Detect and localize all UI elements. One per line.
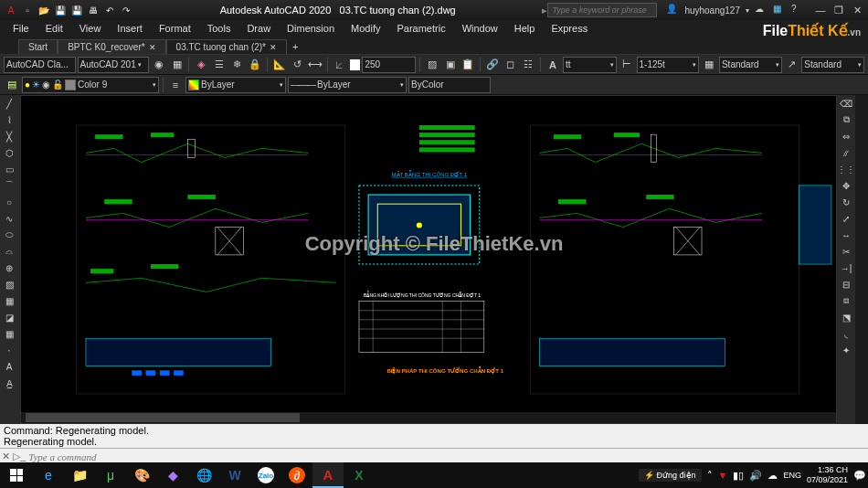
- saveas-icon[interactable]: 💾: [69, 3, 84, 17]
- lineweight-combo[interactable]: 250: [362, 57, 416, 73]
- table-style-icon[interactable]: ▦: [701, 57, 717, 73]
- close-button[interactable]: ✕: [850, 4, 864, 16]
- erase-icon[interactable]: ⌫: [837, 95, 855, 111]
- horizontal-scrollbar[interactable]: [21, 412, 836, 423]
- help-search-input[interactable]: [547, 3, 657, 17]
- layer-icon[interactable]: ◈: [193, 57, 209, 73]
- plotstyle-combo[interactable]: ByColor: [408, 77, 491, 93]
- new-icon[interactable]: ▫: [20, 3, 35, 17]
- paste-icon[interactable]: 📋: [460, 57, 477, 73]
- drawing-canvas[interactable]: MẶT BẰNG THI CÔNG ĐỢT 1 BẢNG KHỐI LƯỢNG …: [20, 95, 837, 424]
- taskbar-app1[interactable]: ◆: [157, 462, 188, 488]
- lock-icon[interactable]: 🔒: [247, 57, 263, 73]
- offset-icon[interactable]: ⫽: [837, 144, 855, 161]
- menu-draw[interactable]: Draw: [239, 23, 278, 34]
- tray-notifications-icon[interactable]: 💬: [853, 470, 866, 482]
- break-icon[interactable]: ⊟: [837, 276, 855, 292]
- taskbar-paint[interactable]: 🎨: [126, 462, 157, 488]
- list-icon[interactable]: ☷: [521, 57, 537, 73]
- menu-edit[interactable]: Edit: [38, 23, 70, 34]
- attach-icon[interactable]: 🔗: [484, 57, 501, 73]
- menu-window[interactable]: Window: [455, 23, 505, 34]
- taskbar-chrome[interactable]: 🌐: [188, 462, 219, 488]
- node-icon[interactable]: ◉: [151, 57, 167, 73]
- extend-icon[interactable]: →|: [837, 260, 855, 276]
- polygon-icon[interactable]: ⬡: [0, 144, 18, 161]
- insert-icon[interactable]: ⊕: [0, 260, 18, 276]
- cloud-icon[interactable]: ☁: [755, 4, 767, 16]
- layer-props-icon[interactable]: ▤: [4, 77, 20, 93]
- region-icon[interactable]: ◪: [0, 309, 18, 325]
- mtext-icon[interactable]: A̲: [0, 375, 18, 391]
- command-input[interactable]: [28, 451, 866, 462]
- grid-icon[interactable]: ▦: [169, 57, 185, 73]
- block-icon[interactable]: ▣: [442, 57, 459, 73]
- move-icon[interactable]: ✥: [837, 177, 855, 194]
- taskbar-zalo[interactable]: Zalo: [250, 462, 281, 488]
- start-button[interactable]: [0, 462, 33, 488]
- plot-icon[interactable]: 🖶: [86, 3, 101, 17]
- close-icon[interactable]: ✕: [149, 43, 156, 52]
- copy-icon[interactable]: ⧉: [837, 111, 855, 128]
- help-icon[interactable]: ?: [791, 4, 804, 16]
- tray-volume-icon[interactable]: 🔊: [749, 470, 762, 482]
- tray-shield-icon[interactable]: ▼: [718, 470, 728, 481]
- trim-icon[interactable]: ✂: [837, 243, 855, 260]
- close-icon[interactable]: ✕: [270, 43, 277, 52]
- stretch-icon[interactable]: ↔: [837, 227, 855, 243]
- lineweight-swatch[interactable]: [350, 59, 361, 70]
- crop-icon[interactable]: ◻: [503, 57, 519, 73]
- app-store-icon[interactable]: ▦: [773, 4, 786, 16]
- maximize-button[interactable]: ❐: [831, 4, 846, 16]
- tab-doc2[interactable]: 03.TC tuong chan (2)*✕: [166, 39, 287, 54]
- menu-format[interactable]: Format: [152, 23, 198, 34]
- layer-combo[interactable]: ●☀◉🔓 Color 9 ▾: [22, 77, 159, 93]
- taskbar-excel[interactable]: X: [344, 462, 375, 488]
- xline-icon[interactable]: ╳: [0, 128, 18, 144]
- workspace-combo[interactable]: AutoCAD Cla...: [4, 57, 76, 73]
- taskbar-ie[interactable]: e: [33, 462, 64, 488]
- menu-tools[interactable]: Tools: [200, 23, 238, 34]
- text-icon[interactable]: A: [0, 358, 18, 375]
- linetype-combo[interactable]: ——— ByLayer ▾: [288, 77, 407, 93]
- point-icon[interactable]: ·: [0, 342, 18, 358]
- revert-icon[interactable]: ↺: [290, 57, 306, 73]
- minimize-button[interactable]: —: [813, 4, 828, 16]
- tray-chevron-icon[interactable]: ˄: [707, 470, 713, 482]
- explode-icon[interactable]: ✦: [837, 342, 855, 358]
- textstyle-combo[interactable]: tt▾: [563, 57, 617, 73]
- undo-icon[interactable]: ↶: [102, 3, 117, 17]
- taskbar-utorrent[interactable]: μ: [95, 462, 126, 488]
- mleaderstyle-combo[interactable]: Standard▾: [801, 57, 864, 73]
- color-combo[interactable]: ByLayer ▾: [185, 77, 286, 93]
- layer-states-icon[interactable]: ☰: [211, 57, 228, 73]
- menu-express[interactable]: Express: [544, 23, 595, 34]
- dim-icon[interactable]: ⟷: [307, 57, 323, 73]
- tray-language[interactable]: ENG: [783, 471, 801, 480]
- app-icon[interactable]: A: [4, 3, 18, 17]
- menu-parametric[interactable]: Parametric: [389, 23, 452, 34]
- template-combo[interactable]: AutoCAD 201▾: [78, 57, 150, 73]
- taskbar-autocad[interactable]: A: [312, 462, 344, 488]
- menu-modify[interactable]: Modify: [344, 23, 387, 34]
- freeze-icon[interactable]: ❄: [229, 57, 246, 73]
- measure-icon[interactable]: 📐: [271, 57, 288, 73]
- tab-doc1[interactable]: BPTC K0_recover*✕: [58, 39, 165, 54]
- rotate-icon[interactable]: ↻: [837, 194, 855, 210]
- gradient-icon[interactable]: ▦: [0, 292, 18, 309]
- fillet-icon[interactable]: ◟: [837, 325, 855, 342]
- menu-view[interactable]: View: [72, 23, 109, 34]
- ellipse-arc-icon[interactable]: ⌓: [0, 243, 18, 260]
- ellipse-icon[interactable]: ⬭: [0, 227, 18, 243]
- tray-clock[interactable]: 1:36 CH 07/09/2021: [807, 465, 848, 485]
- line-icon[interactable]: ╱: [0, 95, 18, 111]
- tray-network-icon[interactable]: ▮▯: [733, 470, 744, 482]
- hatch-tool-icon[interactable]: ▨: [0, 276, 18, 292]
- array-icon[interactable]: ⋮⋮: [837, 161, 855, 177]
- taskbar-explorer[interactable]: 📁: [64, 462, 95, 488]
- mleader-style-icon[interactable]: ↗: [784, 57, 800, 73]
- hatch-icon[interactable]: ▨: [424, 57, 440, 73]
- tablestyle-combo[interactable]: Standard▾: [719, 57, 782, 73]
- spline-icon[interactable]: ∿: [0, 210, 18, 227]
- new-tab-button[interactable]: +: [287, 39, 303, 54]
